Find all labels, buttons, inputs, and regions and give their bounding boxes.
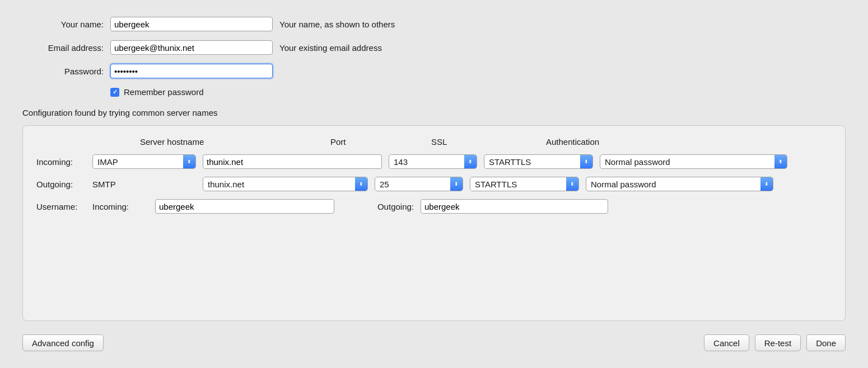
chevron-updown-icon: ⬍ <box>187 159 192 164</box>
chevron-updown-icon: ⬍ <box>468 159 473 164</box>
chevron-updown-icon: ⬍ <box>764 182 769 187</box>
username-outgoing-label: Outgoing: <box>341 202 414 211</box>
username-outgoing-input[interactable] <box>421 199 608 214</box>
email-label: Email address: <box>22 43 104 53</box>
incoming-auth-select[interactable]: Normal password ⬍ <box>600 154 787 169</box>
outgoing-ssl-arrow[interactable]: ⬍ <box>566 177 578 191</box>
outgoing-label: Outgoing: <box>36 180 92 189</box>
outgoing-row: Outgoing: SMTP thunix.net ⬍ 25 ⬍ STARTTL… <box>36 177 832 191</box>
incoming-ssl-select[interactable]: STARTTLS ⬍ <box>484 154 593 169</box>
bottom-right-buttons: Cancel Re-test Done <box>704 334 846 351</box>
col-auth-header: Authentication <box>546 137 599 147</box>
col-hostname-header: Server hostname <box>140 137 330 147</box>
your-name-hint: Your name, as shown to others <box>279 20 395 29</box>
username-incoming-sublabel: Incoming: <box>92 202 148 211</box>
config-message: Configuration found by trying common ser… <box>22 108 846 117</box>
username-outgoing-section: Outgoing: <box>341 199 608 214</box>
chevron-updown-icon: ⬍ <box>778 159 783 164</box>
username-incoming-input[interactable] <box>155 199 334 214</box>
server-table-header: Server hostname Port SSL Authentication <box>36 137 832 147</box>
chevron-updown-icon: ⬍ <box>359 182 363 187</box>
email-row: Email address: Your existing email addre… <box>22 40 846 55</box>
incoming-protocol-select[interactable]: IMAP ⬍ <box>92 154 196 169</box>
username-label: Username: <box>36 202 92 211</box>
email-input[interactable] <box>110 40 273 55</box>
incoming-port-select[interactable]: 143 ⬍ <box>389 154 477 169</box>
outgoing-ssl-select[interactable]: STARTTLS ⬍ <box>470 177 579 191</box>
outgoing-auth-arrow[interactable]: ⬍ <box>760 177 773 191</box>
outgoing-protocol-text: SMTP <box>92 180 196 189</box>
remember-password-row: ✓ Remember password <box>110 87 846 97</box>
your-name-input[interactable] <box>110 17 273 31</box>
outgoing-hostname-select[interactable]: thunix.net ⬍ <box>203 177 368 191</box>
incoming-ssl-arrow[interactable]: ⬍ <box>580 155 592 168</box>
chevron-updown-icon: ⬍ <box>454 182 459 187</box>
retest-button[interactable]: Re-test <box>755 334 801 351</box>
your-name-row: Your name: Your name, as shown to others <box>22 17 846 31</box>
remember-password-label: Remember password <box>124 87 204 97</box>
username-row: Username: Incoming: Outgoing: <box>36 199 832 214</box>
server-config-panel: Server hostname Port SSL Authentication … <box>22 125 846 321</box>
incoming-port-arrow[interactable]: ⬍ <box>464 155 477 168</box>
incoming-hostname-input[interactable] <box>203 154 382 169</box>
outgoing-port-select[interactable]: 25 ⬍ <box>375 177 463 191</box>
incoming-protocol-arrow[interactable]: ⬍ <box>183 155 195 168</box>
incoming-row: Incoming: IMAP ⬍ 143 ⬍ STARTTLS ⬍ <box>36 154 832 169</box>
advanced-config-button[interactable]: Advanced config <box>22 334 104 351</box>
chevron-updown-icon: ⬍ <box>584 159 589 164</box>
cancel-button[interactable]: Cancel <box>704 334 749 351</box>
outgoing-hostname-arrow[interactable]: ⬍ <box>355 177 367 191</box>
checkbox-checkmark: ✓ <box>113 88 118 96</box>
outgoing-hostname-value: thunix.net <box>203 180 355 189</box>
incoming-ssl-value: STARTTLS <box>484 157 580 167</box>
bottom-bar: Advanced config Cancel Re-test Done <box>22 334 846 351</box>
chevron-updown-icon: ⬍ <box>570 182 575 187</box>
incoming-port-value: 143 <box>389 157 464 167</box>
password-label: Password: <box>22 67 104 76</box>
incoming-protocol-value: IMAP <box>93 157 183 167</box>
outgoing-port-arrow[interactable]: ⬍ <box>450 177 463 191</box>
outgoing-port-value: 25 <box>375 180 450 189</box>
incoming-auth-arrow[interactable]: ⬍ <box>774 155 787 168</box>
outgoing-auth-select[interactable]: Normal password ⬍ <box>586 177 773 191</box>
outgoing-auth-value: Normal password <box>586 180 760 189</box>
email-hint: Your existing email address <box>279 43 382 53</box>
password-input[interactable] <box>110 64 273 78</box>
col-ssl-header: SSL <box>431 137 546 147</box>
incoming-auth-value: Normal password <box>600 157 774 167</box>
done-button[interactable]: Done <box>806 334 846 351</box>
remember-password-checkbox[interactable]: ✓ <box>110 88 119 97</box>
outgoing-ssl-value: STARTTLS <box>470 180 566 189</box>
password-row: Password: <box>22 64 846 78</box>
col-port-header: Port <box>330 137 431 147</box>
your-name-label: Your name: <box>22 20 104 29</box>
incoming-label: Incoming: <box>36 157 92 167</box>
